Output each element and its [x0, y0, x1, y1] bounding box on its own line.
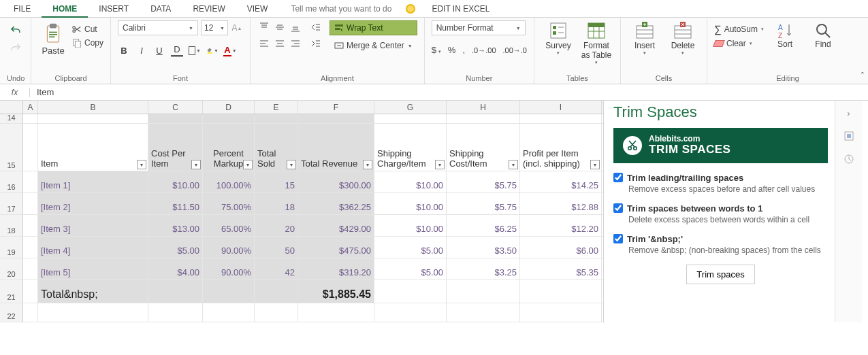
cell-sold[interactable]: 18: [255, 193, 298, 214]
border-button[interactable]: ▼: [189, 44, 201, 57]
currency-button[interactable]: $ ▾: [432, 45, 441, 55]
gutter-icon-1[interactable]: [842, 129, 856, 143]
cell[interactable]: [374, 280, 447, 303]
cell[interactable]: [23, 258, 38, 280]
menu-home[interactable]: HOME: [42, 0, 88, 18]
increase-font-button[interactable]: A▲: [231, 20, 243, 35]
number-format-select[interactable]: Number Format▼: [432, 20, 526, 35]
cell-profit[interactable]: $14.25: [520, 171, 602, 192]
row-header-22[interactable]: 22: [0, 303, 23, 322]
cell[interactable]: [520, 114, 602, 123]
menu-review[interactable]: REVIEW: [182, 0, 236, 18]
cell-revenue[interactable]: $300.00: [298, 171, 374, 192]
cell-revenue[interactable]: $319.20: [298, 258, 374, 280]
formula-input[interactable]: Item: [30, 87, 868, 97]
cell-cost[interactable]: $11.50: [148, 193, 203, 214]
header-markup[interactable]: Percent Markup▾: [203, 124, 255, 171]
decrease-decimal-button[interactable]: .00→.0: [503, 46, 527, 54]
cell[interactable]: [23, 114, 38, 123]
survey-button[interactable]: Survey ▾: [541, 20, 575, 56]
cell-ship-cost[interactable]: $5.75: [447, 171, 520, 192]
checkbox-trim-leading[interactable]: [613, 173, 623, 182]
merge-center-button[interactable]: Merge & Center ▼: [329, 38, 417, 53]
cell[interactable]: [298, 303, 374, 322]
font-size-select[interactable]: 12▼: [201, 20, 228, 35]
wrap-text-button[interactable]: Wrap Text: [329, 20, 417, 35]
filter-dropdown-icon[interactable]: ▾: [590, 160, 600, 169]
cell-item[interactable]: [Item 5]: [38, 258, 148, 280]
col-header-F[interactable]: F: [298, 101, 374, 114]
cell-sold[interactable]: 20: [255, 215, 298, 236]
row-header-21[interactable]: 21: [0, 280, 23, 303]
cell-item[interactable]: [Item 3]: [38, 215, 148, 236]
filter-dropdown-icon[interactable]: ▾: [191, 160, 201, 169]
option-checkbox-row[interactable]: Trim '&nbsp;': [613, 234, 828, 244]
italic-button[interactable]: I: [135, 44, 148, 57]
cell[interactable]: [255, 303, 298, 322]
cell[interactable]: [23, 193, 38, 214]
cell-revenue[interactable]: $475.00: [298, 237, 374, 258]
filter-dropdown-icon[interactable]: ▾: [363, 160, 372, 169]
autosum-button[interactable]: ∑AutoSum ▾: [714, 23, 764, 35]
menu-view[interactable]: VIEW: [236, 0, 279, 18]
cell[interactable]: [148, 280, 203, 303]
cell[interactable]: [255, 114, 298, 123]
cell[interactable]: [23, 303, 38, 322]
cell-item[interactable]: [Item 1]: [38, 171, 148, 192]
header-ship-charge[interactable]: Shipping Charge/Item▾: [374, 124, 447, 171]
cell-ship-cost[interactable]: $5.75: [447, 193, 520, 214]
cell[interactable]: [203, 114, 255, 123]
col-header-B[interactable]: B: [38, 101, 148, 114]
align-left-button[interactable]: [257, 37, 271, 50]
col-header-I[interactable]: I: [520, 101, 602, 114]
cell-profit[interactable]: $12.20: [520, 215, 602, 236]
cell-ship-charge[interactable]: $10.00: [374, 193, 447, 214]
insert-cells-button[interactable]: Insert ▾: [628, 20, 662, 56]
cell-markup[interactable]: 100.00%: [203, 171, 255, 192]
undo-button[interactable]: [10, 24, 22, 37]
cell[interactable]: [148, 114, 203, 123]
option-checkbox-row[interactable]: Trim leading/trailing spaces: [613, 173, 828, 183]
col-header-D[interactable]: D: [203, 101, 255, 114]
cell[interactable]: [38, 303, 148, 322]
cell-markup[interactable]: 90.00%: [203, 237, 255, 258]
cell-markup[interactable]: 75.00%: [203, 193, 255, 214]
header-profit[interactable]: Profit per Item (incl. shipping)▾: [520, 124, 602, 171]
header-cost[interactable]: Cost Per Item▾: [148, 124, 203, 171]
row-header[interactable]: 16: [0, 171, 23, 192]
align-bottom-button[interactable]: [289, 20, 302, 34]
cell-ship-charge[interactable]: $5.00: [374, 237, 447, 258]
cell-sold[interactable]: 50: [255, 237, 298, 258]
cell-profit[interactable]: $6.00: [520, 237, 602, 258]
row-header[interactable]: 17: [0, 193, 23, 214]
percent-button[interactable]: %: [448, 45, 456, 55]
col-header-H[interactable]: H: [447, 101, 520, 114]
cell[interactable]: [447, 114, 520, 123]
comma-button[interactable]: ,: [462, 45, 465, 55]
cell-item[interactable]: [Item 2]: [38, 193, 148, 214]
cell-profit[interactable]: $5.35: [520, 258, 602, 280]
cell[interactable]: [447, 303, 520, 322]
font-name-select[interactable]: Calibri▼: [118, 20, 198, 35]
align-middle-button[interactable]: [273, 20, 287, 34]
cell[interactable]: [23, 237, 38, 258]
select-all-corner[interactable]: [0, 101, 23, 114]
find-button[interactable]: Find: [806, 20, 840, 49]
header-revenue[interactable]: Total Revenue▾: [298, 124, 374, 171]
cell[interactable]: [374, 114, 447, 123]
font-color-button[interactable]: A▼: [224, 44, 236, 57]
option-checkbox-row[interactable]: Trim spaces between words to 1: [613, 203, 828, 214]
filter-dropdown-icon[interactable]: ▾: [243, 160, 253, 169]
cell-profit[interactable]: $12.88: [520, 193, 602, 214]
cell-total-label[interactable]: Total&nbsp;: [38, 280, 148, 303]
filter-dropdown-icon[interactable]: ▾: [509, 160, 518, 169]
gutter-icon-2[interactable]: [842, 152, 856, 166]
format-as-table-button[interactable]: Format as Table ▾: [579, 20, 613, 65]
row-header[interactable]: 18: [0, 215, 23, 236]
collapse-ribbon-button[interactable]: ˆ: [861, 71, 864, 81]
col-header-A[interactable]: A: [23, 101, 38, 114]
cell[interactable]: [447, 280, 520, 303]
align-right-button[interactable]: [289, 37, 302, 50]
cell-total-value[interactable]: $1,885.45: [298, 280, 374, 303]
cell-cost[interactable]: $13.00: [148, 215, 203, 236]
